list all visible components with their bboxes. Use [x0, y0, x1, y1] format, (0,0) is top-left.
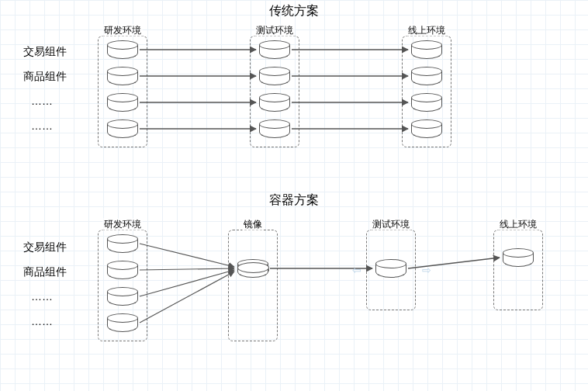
- image-icon: [237, 259, 268, 278]
- top-row-label: 交易组件: [23, 45, 67, 59]
- db-icon: [107, 261, 138, 279]
- env-label: 线上环境: [406, 24, 447, 37]
- db-icon: [259, 40, 290, 59]
- ghost-arrow-right-icon: ⇨: [422, 264, 431, 276]
- svg-line-8: [140, 244, 234, 267]
- top-row-label: ……: [31, 95, 53, 107]
- ghost-arrow-left-icon: ⇦: [352, 264, 361, 276]
- db-icon: [107, 67, 138, 85]
- db-icon: [411, 93, 442, 112]
- svg-line-9: [140, 268, 234, 270]
- db-icon: [375, 259, 406, 278]
- db-icon: [259, 119, 290, 138]
- db-icon: [411, 40, 442, 59]
- top-row-label: 商品组件: [23, 70, 67, 84]
- db-icon: [259, 67, 290, 85]
- db-icon: [411, 119, 442, 138]
- bottom-title: 容器方案: [0, 192, 588, 209]
- top-row-label: ……: [31, 119, 53, 132]
- env-label: 测试环境: [254, 24, 295, 37]
- bottom-env-image: 镜像: [228, 230, 278, 341]
- db-icon: [411, 67, 442, 85]
- bottom-row-label: 交易组件: [23, 240, 67, 254]
- bottom-env-online: 线上环境: [493, 230, 543, 310]
- bottom-row-label: ……: [31, 290, 53, 303]
- top-title: 传统方案: [0, 3, 588, 19]
- db-icon: [503, 248, 534, 267]
- db-icon: [107, 287, 138, 306]
- svg-line-11: [140, 272, 234, 323]
- env-label: 镜像: [242, 218, 264, 231]
- svg-line-10: [140, 270, 234, 296]
- env-label: 测试环境: [371, 218, 411, 231]
- db-icon: [107, 234, 138, 253]
- db-icon: [107, 40, 138, 59]
- env-label: 研发环境: [102, 24, 143, 37]
- db-icon: [107, 119, 138, 138]
- bottom-row-label: ……: [31, 315, 53, 327]
- env-label: 研发环境: [102, 218, 143, 231]
- env-label: 线上环境: [498, 218, 538, 231]
- bottom-row-label: 商品组件: [23, 265, 67, 279]
- db-icon: [259, 93, 290, 112]
- db-icon: [107, 93, 138, 112]
- db-icon: [107, 313, 138, 332]
